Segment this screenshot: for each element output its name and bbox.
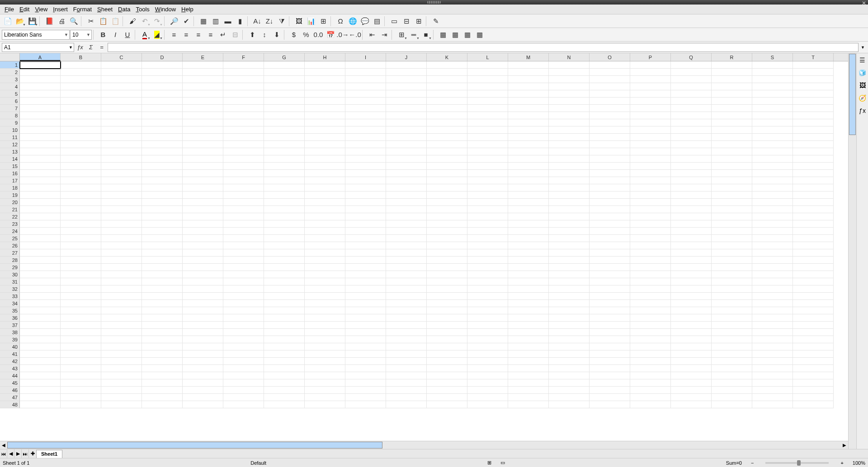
cell[interactable]	[590, 336, 630, 343]
menu-tools[interactable]: Tools	[133, 5, 152, 14]
cell[interactable]	[305, 206, 345, 213]
cell[interactable]	[590, 293, 630, 300]
cell[interactable]	[671, 343, 712, 350]
cell[interactable]	[101, 163, 142, 170]
cell[interactable]	[508, 155, 549, 163]
cell[interactable]	[752, 285, 793, 293]
cell[interactable]	[20, 199, 61, 206]
cell[interactable]	[305, 372, 345, 379]
cell[interactable]	[264, 76, 305, 83]
cell[interactable]	[61, 300, 101, 307]
cell[interactable]	[305, 257, 345, 264]
cell[interactable]	[508, 177, 549, 184]
row-header[interactable]: 46	[0, 387, 20, 394]
cell[interactable]	[345, 98, 386, 105]
cell[interactable]	[264, 155, 305, 163]
cell[interactable]	[101, 155, 142, 163]
menu-sheet[interactable]: Sheet	[94, 5, 115, 14]
cell[interactable]	[223, 170, 264, 177]
cell[interactable]	[549, 148, 590, 155]
cell[interactable]	[183, 112, 223, 119]
cell[interactable]	[183, 163, 223, 170]
cell[interactable]	[142, 69, 183, 76]
row-header[interactable]: 25	[0, 235, 20, 242]
sort-asc-icon[interactable]: A↓	[251, 15, 263, 27]
cell[interactable]	[508, 264, 549, 271]
cell[interactable]	[61, 372, 101, 379]
cell[interactable]	[305, 98, 345, 105]
cell[interactable]	[101, 300, 142, 307]
cell[interactable]	[467, 90, 508, 98]
cell[interactable]	[386, 264, 427, 271]
cell[interactable]	[508, 191, 549, 199]
cell[interactable]	[427, 213, 467, 220]
cell[interactable]	[101, 285, 142, 293]
cell[interactable]	[101, 141, 142, 148]
cell[interactable]	[793, 61, 834, 69]
sidebar-styles-icon[interactable]: 🧊	[858, 68, 868, 78]
cell[interactable]	[61, 365, 101, 372]
font-color-icon[interactable]: A▼	[139, 29, 151, 41]
cell[interactable]	[793, 119, 834, 126]
clone-formatting-icon[interactable]: 🖌	[127, 15, 138, 27]
cell[interactable]	[61, 184, 101, 191]
cell[interactable]	[183, 372, 223, 379]
cell[interactable]	[345, 170, 386, 177]
cell[interactable]	[183, 199, 223, 206]
cell[interactable]	[101, 90, 142, 98]
cell[interactable]	[264, 134, 305, 141]
cell[interactable]	[671, 293, 712, 300]
cell[interactable]	[101, 148, 142, 155]
cell[interactable]	[223, 184, 264, 191]
status-zoom[interactable]: 100%	[853, 460, 865, 466]
cell[interactable]	[630, 69, 671, 76]
cell[interactable]	[223, 314, 264, 322]
cell[interactable]	[671, 98, 712, 105]
cell[interactable]	[630, 126, 671, 134]
cell[interactable]	[427, 365, 467, 372]
cell[interactable]	[142, 278, 183, 285]
formula-input[interactable]	[108, 43, 859, 52]
cell[interactable]	[142, 394, 183, 401]
cell[interactable]	[549, 264, 590, 271]
cell[interactable]	[223, 83, 264, 90]
cell[interactable]	[630, 112, 671, 119]
cell[interactable]	[142, 329, 183, 336]
row-header[interactable]: 28	[0, 257, 20, 264]
cell[interactable]	[752, 69, 793, 76]
cell[interactable]	[386, 293, 427, 300]
cell[interactable]	[712, 69, 752, 76]
row-header[interactable]: 45	[0, 379, 20, 387]
cell[interactable]	[508, 257, 549, 264]
cell[interactable]	[61, 170, 101, 177]
cell[interactable]	[712, 155, 752, 163]
open-icon[interactable]: 📂▼	[14, 15, 26, 27]
cell[interactable]	[630, 387, 671, 394]
cell[interactable]	[630, 155, 671, 163]
cell[interactable]	[142, 401, 183, 408]
cell[interactable]	[345, 184, 386, 191]
column-header[interactable]: S	[752, 53, 793, 61]
cell[interactable]	[467, 119, 508, 126]
cell[interactable]	[508, 293, 549, 300]
cell[interactable]	[61, 163, 101, 170]
cell[interactable]	[61, 264, 101, 271]
cell[interactable]	[630, 90, 671, 98]
cell[interactable]	[20, 76, 61, 83]
cell[interactable]	[752, 76, 793, 83]
cell[interactable]	[590, 134, 630, 141]
cell[interactable]	[386, 61, 427, 69]
cell[interactable]	[752, 184, 793, 191]
column-header[interactable]: G	[264, 53, 305, 61]
cell[interactable]	[752, 358, 793, 365]
cell[interactable]	[101, 213, 142, 220]
cell[interactable]	[712, 199, 752, 206]
cell[interactable]	[467, 322, 508, 329]
cell[interactable]	[467, 372, 508, 379]
cell[interactable]	[671, 372, 712, 379]
cell[interactable]	[183, 134, 223, 141]
cell[interactable]	[712, 119, 752, 126]
cell[interactable]	[386, 343, 427, 350]
cell[interactable]	[264, 329, 305, 336]
cell[interactable]	[101, 126, 142, 134]
